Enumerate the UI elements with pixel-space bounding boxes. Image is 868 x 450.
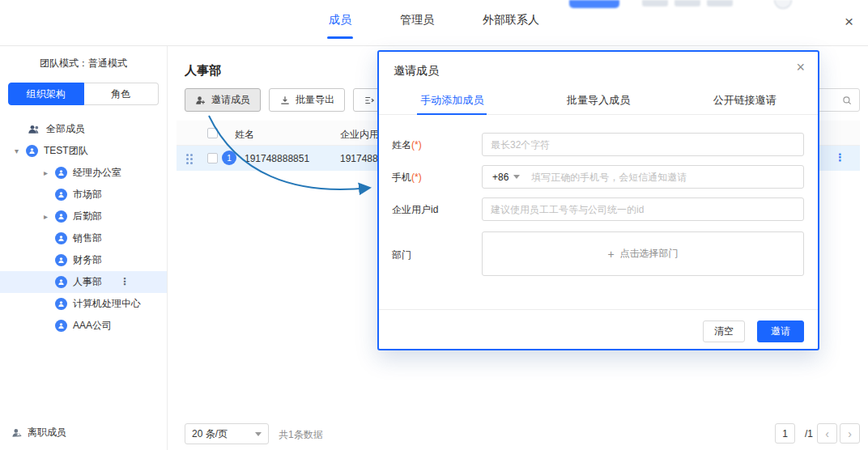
department-picker[interactable]: + 点击选择部门 bbox=[482, 231, 804, 276]
invite-members-button[interactable]: 邀请成员 bbox=[185, 88, 261, 112]
tree-item-label: 计算机处理中心 bbox=[73, 297, 141, 311]
close-icon[interactable]: × bbox=[845, 14, 853, 29]
total-count-label: 共1条数据 bbox=[279, 428, 323, 442]
select-all-checkbox[interactable] bbox=[207, 128, 218, 138]
user-id-input[interactable] bbox=[483, 204, 803, 215]
current-page-box[interactable]: 1 bbox=[775, 423, 795, 444]
resigned-members-label: 离职成员 bbox=[28, 426, 66, 439]
user-id-label: 企业用户id bbox=[392, 203, 438, 217]
invite-submit-button[interactable]: 邀请 bbox=[757, 321, 804, 342]
caret-right-icon[interactable]: ▸ bbox=[44, 212, 55, 221]
tree-item-team[interactable]: ▾ TEST团队 bbox=[0, 140, 167, 162]
tree-item-label: 后勤部 bbox=[73, 210, 102, 223]
blurred-avatar-badge bbox=[774, 0, 792, 9]
tree-item-dept-aaa-company[interactable]: AAA公司 bbox=[0, 315, 167, 337]
tab-members[interactable]: 成员 bbox=[327, 13, 353, 39]
tab-admins[interactable]: 管理员 bbox=[398, 13, 436, 39]
download-icon bbox=[279, 95, 291, 106]
tree-item-label: AAA公司 bbox=[73, 319, 112, 333]
person-icon bbox=[55, 320, 67, 332]
modal-tabs: 手动添加成员 批量导入成员 公开链接邀请 bbox=[379, 86, 818, 115]
name-label: 姓名(*) bbox=[392, 138, 422, 152]
drag-handle[interactable] bbox=[186, 154, 193, 164]
tab-batch-import[interactable]: 批量导入成员 bbox=[525, 86, 672, 114]
tree-item-dept-sales[interactable]: 销售部 bbox=[0, 227, 167, 249]
resigned-members-link[interactable]: 离职成员 bbox=[11, 426, 66, 439]
total-pages-label: /1 bbox=[805, 428, 813, 439]
name-input[interactable] bbox=[483, 139, 803, 151]
tree-item-all-members[interactable]: 全部成员 bbox=[0, 118, 167, 140]
search-icon[interactable] bbox=[841, 95, 853, 106]
transfer-icon bbox=[364, 95, 375, 106]
tree-item-dept-computer-center[interactable]: 计算机处理中心 bbox=[0, 293, 167, 315]
person-icon bbox=[26, 145, 38, 157]
next-page-button[interactable]: › bbox=[840, 423, 860, 444]
phone-label: 手机(*) bbox=[392, 171, 422, 185]
person-icon bbox=[55, 189, 67, 201]
country-code-select[interactable]: +86 bbox=[483, 172, 523, 183]
required-mark: (*) bbox=[411, 172, 422, 183]
plus-icon: + bbox=[607, 248, 614, 261]
tree-item-dept-marketing[interactable]: 市场部 bbox=[0, 184, 167, 206]
phone-label-text: 手机 bbox=[392, 172, 411, 183]
column-header-enterprise-id: 企业内用 bbox=[340, 128, 379, 142]
modal-close-icon[interactable]: × bbox=[796, 60, 805, 74]
cell-member-name: 191748888851 bbox=[245, 153, 309, 164]
org-tree: 全部成员 ▾ TEST团队 ▸ 经理办公室 市场部 ▸ 后勤部 bbox=[0, 118, 167, 337]
tree-item-label: 市场部 bbox=[73, 188, 102, 202]
tree-item-label: 销售部 bbox=[73, 231, 102, 245]
modal-footer-divider bbox=[379, 309, 818, 310]
tree-item-dept-hr[interactable]: 人事部 ⋮ bbox=[0, 271, 167, 293]
tree-item-dept-finance[interactable]: 财务部 bbox=[0, 249, 167, 271]
name-label-text: 姓名 bbox=[392, 139, 411, 151]
blurred-toolbar-block bbox=[642, 0, 668, 6]
blurred-toolbar-block bbox=[674, 0, 700, 6]
blurred-toolbar-pill bbox=[569, 0, 619, 8]
department-label-text: 部门 bbox=[392, 249, 411, 261]
tab-external-contacts[interactable]: 外部联系人 bbox=[481, 13, 541, 39]
person-add-icon bbox=[195, 95, 206, 106]
tree-item-label: TEST团队 bbox=[44, 144, 88, 158]
org-structure-tab[interactable]: 组织架构 bbox=[8, 83, 84, 105]
column-header-name: 姓名 bbox=[235, 128, 254, 142]
tree-item-label: 财务部 bbox=[73, 253, 102, 267]
tree-item-label: 经理办公室 bbox=[73, 166, 121, 180]
caret-right-icon[interactable]: ▸ bbox=[44, 168, 55, 177]
department-picker-label: 点击选择部门 bbox=[620, 247, 679, 261]
tab-manual-add[interactable]: 手动添加成员 bbox=[379, 86, 525, 114]
pagination-bar: 20 条/页 共1条数据 1 /1 ‹ › bbox=[185, 422, 860, 445]
top-tab-bar: 成员 管理员 外部联系人 × bbox=[0, 0, 868, 46]
sidebar-segmented-control: 组织架构 角色 bbox=[8, 83, 159, 105]
invite-members-label: 邀请成员 bbox=[211, 93, 250, 107]
phone-input[interactable] bbox=[523, 172, 803, 183]
person-icon bbox=[55, 167, 67, 179]
user-id-field bbox=[482, 197, 804, 221]
person-icon bbox=[55, 276, 67, 288]
top-tabs: 成员 管理员 外部联系人 bbox=[0, 13, 868, 39]
batch-export-button[interactable]: 批量导出 bbox=[269, 88, 345, 112]
more-actions-icon[interactable]: ⋮ bbox=[120, 276, 130, 287]
roles-tab[interactable]: 角色 bbox=[84, 83, 160, 105]
department-label: 部门 bbox=[392, 248, 411, 262]
phone-field: +86 bbox=[482, 165, 804, 189]
app-window: 成员 管理员 外部联系人 × 团队模式：普通模式 组织架构 角色 全部成员 ▾ … bbox=[0, 0, 868, 450]
prev-page-button[interactable]: ‹ bbox=[817, 423, 837, 444]
chevron-down-icon bbox=[513, 175, 520, 179]
blurred-toolbar-block bbox=[707, 0, 733, 6]
caret-down-icon[interactable]: ▾ bbox=[15, 146, 26, 155]
tree-item-label: 全部成员 bbox=[46, 122, 85, 136]
page-size-value: 20 条/页 bbox=[192, 427, 228, 441]
tree-item-dept-manager-office[interactable]: ▸ 经理办公室 bbox=[0, 162, 167, 184]
invite-members-modal: 邀请成员 × 手动添加成员 批量导入成员 公开链接邀请 姓名(*) 手机(*) … bbox=[377, 50, 819, 350]
tree-item-dept-logistics[interactable]: ▸ 后勤部 bbox=[0, 206, 167, 227]
modal-title: 邀请成员 bbox=[394, 64, 439, 79]
name-field bbox=[482, 133, 804, 156]
row-checkbox[interactable] bbox=[207, 153, 218, 163]
user-id-label-text: 企业用户id bbox=[392, 204, 438, 215]
tab-public-link[interactable]: 公开链接邀请 bbox=[671, 86, 818, 114]
org-sidebar: 团队模式：普通模式 组织架构 角色 全部成员 ▾ TEST团队 ▸ 经理办公室 bbox=[0, 46, 168, 450]
page-size-select[interactable]: 20 条/页 bbox=[185, 423, 269, 444]
clear-button[interactable]: 清空 bbox=[703, 321, 745, 342]
team-mode-label: 团队模式：普通模式 bbox=[0, 46, 167, 70]
row-more-actions-icon[interactable]: ⋮ bbox=[835, 151, 845, 163]
